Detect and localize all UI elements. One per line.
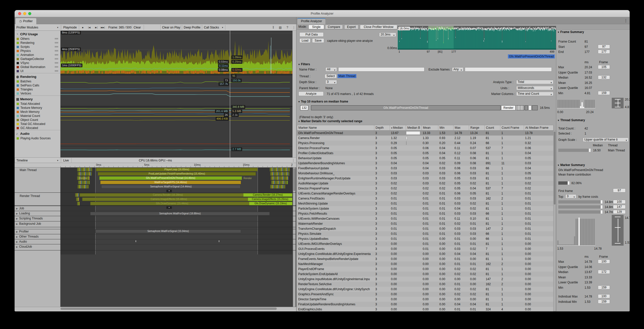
ms-cost-frame-button[interactable]: 100	[613, 200, 626, 204]
analysis-type-dropdown[interactable]: Total▼	[516, 80, 554, 84]
thread-track-other-threads[interactable]: ▶Other Threads	[15, 235, 60, 238]
fs-stat-frame-button[interactable]: 159	[598, 91, 610, 95]
ms-stat-frame-button[interactable]: 159	[598, 285, 610, 289]
table-row[interactable]: Director.SampleTime30.000.000.000.000.00…	[297, 297, 554, 302]
column-header-median[interactable]: ▾ Median	[390, 125, 406, 130]
legend-item[interactable]: Physics	[15, 49, 60, 53]
timeline-ruler[interactable]: 0ms5ms10ms15ms2	[15, 163, 296, 168]
drag-handle-icon[interactable]	[55, 38, 58, 39]
top10-main-bar[interactable]: Gfx.WaitForPresentOnGfxThread	[311, 105, 501, 110]
column-header-count-frame[interactable]: Count Frame	[500, 125, 524, 130]
analyzer-menu-icon[interactable]: ⋮	[623, 18, 629, 23]
legend-item[interactable]: Mesh Memory	[15, 110, 60, 114]
help-icon[interactable]: ?	[284, 25, 290, 30]
expand-arrow-icon[interactable]: ▶	[16, 236, 19, 238]
timeline-vscrollbar[interactable]	[293, 168, 296, 307]
fs-stat-frame-button[interactable]: 105	[598, 65, 610, 69]
range-dropdown[interactable]: 20.3ms▼	[379, 32, 396, 37]
clear-on-play-button[interactable]: Clear on Play	[160, 25, 181, 30]
thread-track-background-job[interactable]: ▶Background Job	[15, 222, 60, 225]
table-row[interactable]: RenderTexture.SetActive30.000.000.000.01…	[297, 282, 554, 287]
legend-item[interactable]: Triangles	[15, 87, 60, 91]
ms-top-dropdown[interactable]: 3▼	[565, 194, 576, 199]
thread-summary-header[interactable]: ▼Thread Summary	[557, 118, 585, 122]
expand-arrow-icon[interactable]: ▶	[16, 217, 19, 220]
legend-item[interactable]: Rendering	[15, 41, 60, 45]
profiler-modules-dropdown[interactable]: Profiler Modules▼	[15, 25, 60, 30]
timeline-marker-bar[interactable]: WaitForTargetFPS (14.46ms)	[100, 181, 241, 184]
expand-arrow-icon[interactable]: ▶	[16, 246, 19, 248]
marker-columns-dropdown[interactable]: Time and Count▼	[516, 92, 554, 96]
drag-handle-icon[interactable]	[55, 58, 58, 59]
table-row[interactable]: Physics.FetchResults30.010.010.010.030.0…	[297, 211, 554, 216]
window-titlebar[interactable]: Profile Analyzer	[15, 10, 630, 17]
table-row[interactable]: BehaviourUpdate30.050.050.050.110.068110…	[297, 156, 554, 161]
column-header-min[interactable]: Min	[438, 125, 453, 130]
call-stacks-dropdown[interactable]: Call Stacks▼	[202, 25, 225, 30]
legend-item[interactable]: UI	[15, 69, 60, 73]
marker-summary-histogram[interactable]	[557, 215, 595, 246]
ms-first-frame-button[interactable]: 97	[613, 188, 626, 192]
legend-item[interactable]: VSync	[15, 61, 60, 65]
marker-table-header[interactable]: Marker NameDepth▾ MedianMedian BMeanMinM…	[297, 125, 554, 130]
selected-marker-chip[interactable]: Gfx.WaitForPresentOnGfxThread	[508, 54, 555, 58]
column-header-range[interactable]: Range	[469, 125, 485, 130]
thread-track-profiler[interactable]: ▶Profiler	[15, 230, 60, 233]
timeline-marker-bar[interactable]: Semaphore.WaitForSignal (15.04ms)	[95, 229, 241, 233]
save-icon[interactable]: ▤	[277, 25, 283, 30]
column-header-at-median-frame[interactable]: At Median Frame	[524, 125, 554, 130]
last-frame-button[interactable]: ▶▶|	[100, 25, 106, 30]
column-header-median-b[interactable]: Median B	[406, 125, 422, 130]
playmode-dropdown[interactable]: Playmode▼	[62, 25, 79, 30]
table-row[interactable]: AudioManager.Update30.020.030.020.050.02…	[297, 181, 554, 186]
table-row[interactable]: FinalizeUpdateRendererBoundingVolumes30.…	[297, 302, 554, 307]
marker-details-header[interactable]: ▼Marker Details for currently selected r…	[298, 119, 362, 123]
audio-chart[interactable]	[60, 146, 292, 158]
frame-summary-histogram[interactable]	[557, 98, 595, 108]
thread-track-main-thread[interactable]: Main Thread	[15, 168, 60, 172]
hscroll-thumb[interactable]	[60, 308, 277, 310]
timeline-marker-bar[interactable]: PlayerLoop (16.65ms)	[96, 168, 258, 171]
menu-icon[interactable]: ⋮	[291, 25, 296, 30]
legend-item[interactable]: Playing Audio Sources	[15, 136, 60, 140]
expand-arrow-icon[interactable]: ▶	[16, 223, 19, 225]
selected-frame-line[interactable]	[230, 31, 230, 157]
ms-stat-frame-button[interactable]: 172	[598, 270, 610, 274]
table-row[interactable]: Physics.Simulate30.010.010.010.030.03661…	[297, 231, 554, 236]
legend-item[interactable]: Animation	[15, 53, 60, 57]
expand-arrow-icon[interactable]: ▶	[16, 207, 19, 210]
legend-item[interactable]: SetPass Calls	[15, 83, 60, 87]
expand-arrow-icon[interactable]: ▶	[16, 231, 19, 233]
table-row[interactable]: UpdateRendererBoundingVolumes30.040.040.…	[297, 161, 554, 166]
tab-profile-analyzer[interactable]: Profile Analyzer	[297, 18, 325, 24]
table-row[interactable]: Monobehaviour.OnMouse_30.030.030.030.060…	[297, 171, 554, 176]
module-header-cpu-usage[interactable]: ◔CPU Usage	[15, 31, 60, 37]
drag-handle-icon[interactable]	[55, 70, 58, 72]
marker-table[interactable]: Gfx.WaitForPresentOnGfxThread313.6713.33…	[297, 130, 554, 311]
record-button[interactable]: ●	[80, 25, 86, 30]
prev-frame-button[interactable]: |◀	[86, 25, 92, 30]
table-row[interactable]: ParticleSystem.Update30.010.010.010.040.…	[297, 206, 554, 211]
legend-item[interactable]: Global Illumination	[15, 65, 60, 69]
timeline-menu-icon[interactable]: ⋮	[290, 158, 296, 163]
table-row[interactable]: FrameEvents.NewInputBeforeRenderUpdate30…	[297, 256, 554, 261]
thread-track-audio[interactable]: ▶Audio	[15, 240, 60, 243]
fs-info-frame-button[interactable]: 97	[598, 45, 610, 49]
rendering-chart[interactable]	[60, 75, 292, 107]
timeline-marker-bar[interactable]: Camera.Render (16.27ms)	[243, 193, 292, 197]
mode-compare-button[interactable]: Compare	[325, 25, 343, 29]
ms-individual-frame-button[interactable]: 159	[598, 300, 610, 304]
name-filter-input[interactable]	[338, 67, 424, 72]
legend-item[interactable]: Material Count	[15, 114, 60, 118]
thread-track-render-thread[interactable]: Render Thread	[15, 194, 60, 198]
table-row[interactable]: NavMeshManager30.000.000.000.010.0116220…	[297, 261, 554, 267]
table-row[interactable]: PlayerEndOfFrame30.000.000.000.020.02811…	[297, 267, 554, 272]
drag-handle-icon[interactable]	[55, 46, 58, 47]
table-row[interactable]: Graphics.PresentAndSync30.000.000.000.02…	[297, 292, 554, 297]
charts-scrollbar[interactable]	[292, 31, 296, 157]
timeline-marker-bar[interactable]: Gfx.DrawDynamic (15.19ms)	[249, 202, 292, 205]
timeline-marker-bar[interactable]: Semaphore.WaitForSignal (18.88ms)	[90, 212, 270, 215]
exclude-names-input[interactable]	[465, 67, 552, 72]
profiler-charts[interactable]: 8ms (120FPS) 4ms (250FPS) 1ms (1000FPS) …	[60, 31, 292, 157]
top10-header[interactable]: ▼Top 10 markers on median frame	[298, 100, 348, 103]
